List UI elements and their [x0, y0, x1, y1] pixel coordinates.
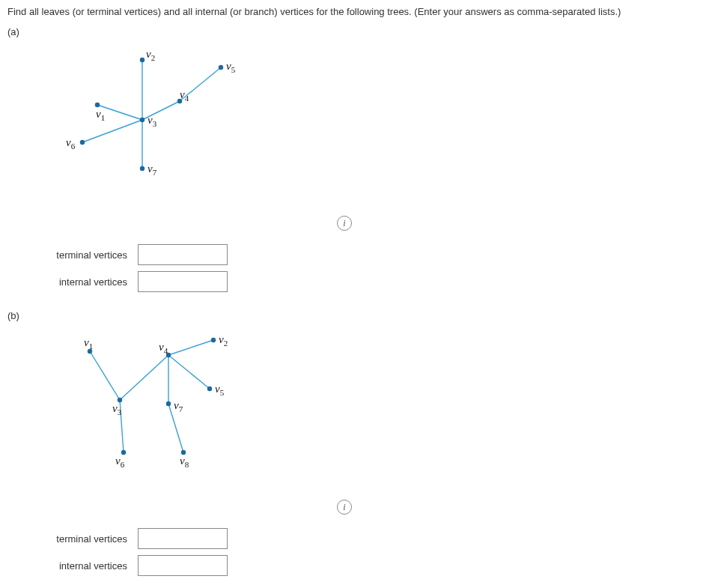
vertex-label-v8: v8 — [180, 455, 189, 469]
row-a-internal: internal vertices — [37, 271, 711, 292]
row-b-internal: internal vertices — [37, 555, 711, 576]
svg-point-8 — [140, 118, 144, 122]
info-icon[interactable]: i — [337, 216, 352, 231]
vertex-label-v4: v4 — [180, 88, 189, 103]
info-icon[interactable]: i — [337, 500, 352, 515]
vertex-label-v7: v7 — [147, 163, 156, 177]
svg-point-21 — [211, 338, 216, 342]
svg-point-10 — [219, 65, 223, 70]
vertex-label-v5: v5 — [215, 383, 224, 397]
input-b-internal[interactable] — [138, 555, 228, 576]
part-b-label: (b) — [7, 310, 711, 321]
vertex-label-v3: v3 — [112, 402, 121, 416]
vertex-label-v7: v7 — [174, 399, 183, 413]
label-terminal: terminal vertices — [37, 533, 127, 545]
vertex-label-v1: v1 — [84, 336, 93, 351]
vertex-label-v1: v1 — [96, 108, 105, 122]
vertex-label-v5: v5 — [226, 60, 235, 74]
svg-point-26 — [166, 401, 171, 406]
label-internal: internal vertices — [37, 276, 127, 288]
vertex-label-v4: v4 — [159, 341, 168, 355]
tree-a-graph: v1 v2 v3 v4 v5 v6 v7 — [37, 45, 367, 202]
tree-b-svg — [37, 329, 367, 486]
label-internal: internal vertices — [37, 560, 127, 572]
vertex-label-v6: v6 — [66, 136, 75, 151]
row-b-terminal: terminal vertices — [37, 528, 711, 549]
vertex-label-v6: v6 — [115, 455, 124, 469]
svg-line-13 — [90, 351, 120, 400]
input-a-terminal[interactable] — [138, 244, 228, 265]
vertex-label-v2: v2 — [146, 48, 155, 62]
svg-point-11 — [80, 140, 85, 145]
part-a: (a) v1 v2 v3 v4 v5 — [7, 26, 711, 292]
svg-point-6 — [95, 103, 100, 107]
row-a-terminal: terminal vertices — [37, 244, 711, 265]
question-prompt: Find all leaves (or terminal vertices) a… — [7, 6, 711, 17]
vertex-label-v3: v3 — [147, 114, 156, 128]
part-a-label: (a) — [7, 26, 711, 37]
svg-point-7 — [140, 58, 144, 62]
svg-point-24 — [207, 387, 212, 391]
svg-line-14 — [168, 340, 213, 355]
svg-line-4 — [82, 120, 142, 142]
label-terminal: terminal vertices — [37, 249, 127, 261]
svg-line-15 — [120, 355, 168, 400]
part-b: (b) v1 v2 v — [7, 310, 711, 576]
input-a-internal[interactable] — [138, 271, 228, 292]
tree-b-graph: v1 v2 v3 v4 v5 v6 v7 v8 — [37, 329, 367, 486]
svg-point-12 — [140, 166, 144, 171]
tree-a-svg — [37, 45, 367, 202]
vertex-label-v2: v2 — [219, 333, 228, 348]
input-b-terminal[interactable] — [138, 528, 228, 549]
svg-line-16 — [168, 355, 210, 389]
